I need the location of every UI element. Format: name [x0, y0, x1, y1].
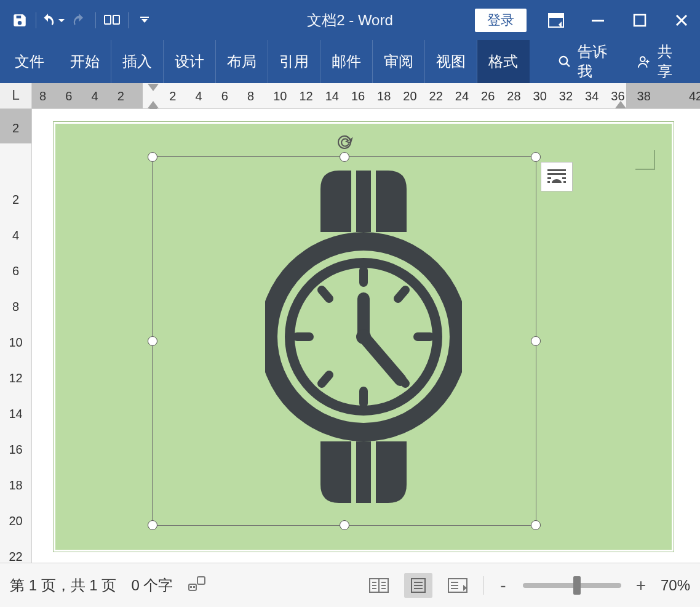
svg-rect-27: [547, 169, 566, 171]
h-ruler-tick: 12: [299, 89, 312, 103]
print-layout-button[interactable]: [404, 573, 432, 598]
chevron-down-icon: [140, 15, 149, 25]
h-ruler-tick: 16: [351, 89, 365, 103]
tab-review[interactable]: 审阅: [373, 40, 425, 83]
tab-file[interactable]: 文件: [0, 40, 59, 83]
h-ruler-tick: 10: [273, 89, 287, 103]
customize-qat-button[interactable]: [131, 8, 158, 33]
svg-point-25: [356, 329, 371, 344]
rotate-handle[interactable]: [336, 134, 353, 151]
h-ruler-tick: 38: [637, 89, 651, 103]
login-button[interactable]: 登录: [475, 9, 527, 32]
web-layout-button[interactable]: [443, 573, 472, 598]
tell-me-label: 告诉我: [578, 42, 618, 81]
v-ruler-tick: 2: [12, 121, 19, 135]
word-count[interactable]: 0 个字: [131, 576, 173, 595]
tab-references[interactable]: 引用: [268, 40, 320, 83]
redo-button[interactable]: [66, 8, 93, 33]
status-bar-left: 第 1 页，共 1 页 0 个字: [10, 576, 206, 595]
ribbon-display-options-button[interactable]: [544, 8, 568, 33]
watch-icon: [265, 164, 462, 509]
zoom-level[interactable]: 70%: [661, 577, 690, 594]
h-ruler-tick: 6: [65, 89, 72, 103]
resize-handle-s[interactable]: [340, 520, 349, 530]
minimize-icon: [590, 12, 606, 28]
svg-point-7: [560, 57, 568, 65]
zoom-slider-thumb[interactable]: [573, 576, 581, 595]
h-ruler-tick: 6: [221, 89, 228, 103]
page-status[interactable]: 第 1 页，共 1 页: [10, 576, 116, 595]
tab-home[interactable]: 开始: [59, 40, 111, 83]
resize-handle-sw[interactable]: [148, 520, 157, 530]
h-ruler-tick: 2: [169, 89, 176, 103]
zoom-in-button[interactable]: +: [632, 577, 650, 594]
horizontal-ruler[interactable]: 8642246810121416182022242628303234363842: [32, 83, 700, 109]
language-icon: [188, 576, 206, 592]
v-ruler-tick: 10: [9, 336, 22, 350]
minimize-button[interactable]: [586, 8, 610, 33]
read-mode-button[interactable]: [365, 573, 393, 598]
v-ruler-tick: 18: [9, 478, 22, 492]
language-button[interactable]: [188, 576, 206, 595]
status-separator: [483, 576, 483, 595]
tab-design[interactable]: 设计: [164, 40, 216, 83]
resize-handle-ne[interactable]: [531, 152, 541, 162]
inserted-image[interactable]: [265, 164, 462, 509]
svg-rect-4: [549, 14, 563, 18]
share-label: 共享: [658, 42, 684, 81]
tab-view[interactable]: 视图: [425, 40, 477, 83]
ribbon-tabs: 文件 开始 插入 设计 布局 引用 邮件 审阅 视图 格式 告诉我 共享: [0, 40, 700, 83]
svg-rect-10: [356, 441, 371, 503]
touch-mode-button[interactable]: [98, 8, 125, 33]
document-canvas[interactable]: [32, 109, 700, 563]
hanging-indent-marker[interactable]: [148, 95, 159, 108]
tab-layout[interactable]: 布局: [216, 40, 268, 83]
touch-mode-icon: [104, 14, 120, 27]
svg-point-26: [338, 136, 351, 148]
zoom-slider[interactable]: [523, 583, 621, 588]
maximize-button[interactable]: [627, 8, 652, 33]
undo-button[interactable]: [39, 8, 66, 33]
quick-access-toolbar: [6, 8, 158, 33]
svg-line-20: [398, 290, 405, 299]
close-button[interactable]: [669, 8, 694, 33]
layout-options-icon: [546, 167, 568, 187]
svg-rect-32: [563, 181, 566, 183]
v-ruler-tick: 20: [9, 514, 22, 528]
v-ruler-tick: 6: [12, 264, 19, 278]
svg-rect-5: [592, 20, 604, 22]
layout-options-button[interactable]: [541, 162, 573, 191]
svg-rect-0: [105, 15, 111, 24]
tell-me-search[interactable]: 告诉我: [548, 40, 627, 83]
first-line-indent-marker[interactable]: [148, 84, 159, 97]
tab-mailings[interactable]: 邮件: [320, 40, 373, 83]
v-ruler-tick: 14: [9, 407, 22, 421]
resize-handle-nw[interactable]: [148, 152, 157, 162]
v-ruler-tick: 12: [9, 371, 22, 385]
share-button[interactable]: 共享: [627, 40, 700, 83]
h-ruler-tick: 34: [585, 89, 599, 103]
vertical-ruler[interactable]: 2246810121416182022: [0, 109, 32, 563]
resize-handle-w[interactable]: [148, 336, 157, 346]
tab-format[interactable]: 格式: [477, 40, 530, 83]
v-ruler-tick: 16: [9, 443, 22, 457]
svg-line-19: [322, 290, 329, 299]
resize-handle-se[interactable]: [531, 520, 541, 530]
resize-handle-e[interactable]: [531, 336, 541, 346]
ruler-tab-selector[interactable]: L: [0, 83, 32, 109]
save-button[interactable]: [6, 8, 33, 33]
h-ruler-tick: 30: [533, 89, 547, 103]
page[interactable]: [53, 121, 674, 552]
h-ruler-tick: 2: [117, 89, 124, 103]
web-layout-icon: [447, 577, 468, 593]
svg-rect-2: [140, 17, 149, 18]
v-ruler-tick: 2: [12, 193, 19, 207]
v-ruler-tick: 22: [9, 550, 22, 564]
h-ruler-tick: 4: [195, 89, 202, 103]
save-icon: [12, 12, 28, 28]
maximize-icon: [632, 13, 647, 28]
svg-rect-30: [562, 177, 566, 179]
resize-handle-n[interactable]: [340, 152, 349, 162]
tab-insert[interactable]: 插入: [111, 40, 164, 83]
zoom-out-button[interactable]: -: [495, 577, 512, 594]
